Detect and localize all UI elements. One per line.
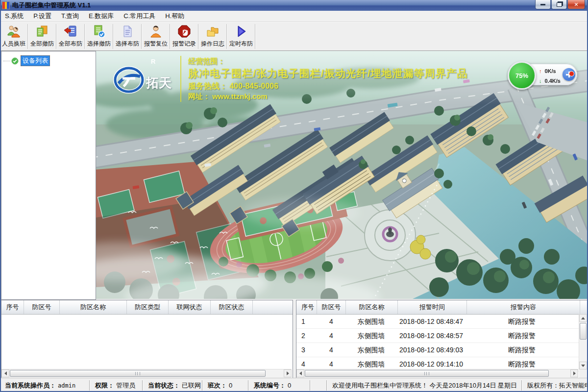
- alarm-table-row[interactable]: 24东侧围墙2018-08-12 08:48:57断路报警: [296, 329, 588, 343]
- column-header[interactable]: 防区类型: [127, 300, 169, 314]
- timed-arm-button[interactable]: 定时布防: [227, 23, 255, 50]
- status-operator: 当前系统操作员： admin: [0, 378, 89, 392]
- scroll-up-icon: [581, 317, 585, 319]
- campus-aerial-illustration: [96, 51, 588, 299]
- alarm-table-row[interactable]: 34东侧围墙2018-08-12 08:49:03断路报警: [296, 343, 588, 357]
- widget-add-button[interactable]: [563, 68, 575, 81]
- alarm-reset-button[interactable]: 报警复位: [142, 23, 170, 50]
- tree-status-icon: [11, 57, 19, 65]
- menu-system[interactable]: S.系统: [0, 11, 28, 22]
- column-header[interactable]: 序号: [296, 300, 317, 314]
- scroll-left-button[interactable]: [1, 369, 9, 377]
- alarm-cell: 东侧围墙: [345, 329, 397, 343]
- tool-label: 报警记录: [172, 40, 196, 48]
- column-header[interactable]: 防区号: [317, 300, 346, 314]
- toolbar-separator: [255, 24, 256, 49]
- shift-value: 0: [229, 382, 232, 389]
- column-header[interactable]: 报警内容: [467, 300, 580, 314]
- scroll-right-button[interactable]: [284, 369, 292, 377]
- alarm-table: 序号 防区号 防区名称 报警时间 报警内容 14东侧围墙2018-08-12 0…: [296, 300, 588, 378]
- close-button[interactable]: ✕: [567, 0, 585, 9]
- alarm-cell: 4: [317, 315, 345, 328]
- disarm-select-icon: [92, 24, 106, 39]
- zone-table: 序号 防区号 防区名称 防区类型 联网状态 防区状态: [1, 300, 293, 378]
- alarm-record-icon: [177, 24, 192, 39]
- scroll-left-icon: [299, 371, 302, 375]
- zone-hscroll-thumb[interactable]: [10, 370, 266, 377]
- notification-dot: [569, 71, 574, 76]
- column-header[interactable]: 报警时间: [398, 300, 467, 314]
- tool-label: 操作日志: [201, 40, 224, 48]
- maximize-icon: [557, 2, 562, 7]
- net-speed-widget: 75% ↑ 0K/s ↓ 0.4K/s: [510, 64, 577, 85]
- zone-hscrollbar[interactable]: [1, 369, 292, 378]
- tool-label: 报警复位: [144, 40, 168, 48]
- alarm-vscroll-thumb[interactable]: [580, 323, 587, 340]
- alarm-cell: 4: [317, 343, 345, 357]
- tool-label: 选择布防: [116, 40, 139, 48]
- tree-node-device-list[interactable]: 设备列表: [3, 55, 96, 66]
- upload-speed: 0K/s: [544, 67, 562, 75]
- device-tree-panel: 设备列表: [1, 51, 96, 300]
- operation-log-icon: [205, 24, 220, 39]
- alarm-cell: 2018-08-12 08:48:47: [397, 315, 466, 328]
- tool-label: 全部布防: [59, 40, 82, 48]
- permission-value: 管理员: [116, 381, 135, 390]
- gauge-percent: 75%: [515, 72, 528, 79]
- upload-arrow-icon: ↑: [538, 67, 543, 75]
- status-welcome: 欢迎使用电子围栏集中管理系统！ 今天是2018年10月14日 星期日: [327, 378, 521, 392]
- maximize-button[interactable]: [551, 0, 567, 9]
- window-controls: ✕: [535, 0, 585, 9]
- download-arrow-icon: ↓: [538, 76, 543, 85]
- connection-value: 已联网: [182, 381, 201, 390]
- alarm-cell: 断路报警: [466, 343, 578, 357]
- tree-connector: [3, 61, 10, 61]
- alarm-record-button[interactable]: 报警记录: [171, 23, 198, 50]
- titlebar: 电子围栏集中管理系统 V1.1 ✕: [0, 0, 588, 11]
- menu-tools[interactable]: C.常用工具: [119, 11, 160, 22]
- arm-select-icon: [120, 24, 135, 39]
- menu-help[interactable]: H.帮助: [160, 11, 189, 22]
- arm-all-button[interactable]: 全部布防: [57, 23, 84, 50]
- alarm-table-row[interactable]: 14东侧围墙2018-08-12 08:48:47断路报警: [296, 315, 588, 329]
- alarm-cell: 2: [296, 329, 317, 343]
- alarm-hscroll-thumb[interactable]: [305, 370, 549, 377]
- minimize-button[interactable]: [535, 0, 551, 9]
- statusbar: 当前系统操作员： admin 权限： 管理员 当前状态： 已联网 班次： 0 系…: [0, 378, 588, 392]
- alarm-cell: 4: [317, 329, 345, 343]
- tool-label: 定时布防: [229, 40, 253, 48]
- operator-value: admin: [58, 382, 75, 389]
- column-header[interactable]: 防区名称: [346, 300, 398, 314]
- alarm-cell: 2018-08-12 08:49:03: [397, 343, 466, 357]
- scroll-right-button[interactable]: [570, 369, 578, 377]
- status-shift: 班次： 0: [203, 378, 248, 392]
- alarm-reset-icon: [148, 24, 163, 39]
- alarm-cell: 东侧围墙: [345, 315, 397, 328]
- zone-table-header: 序号 防区号 防区名称 防区类型 联网状态 防区状态: [1, 300, 293, 315]
- disarm-select-button[interactable]: 选择撤防: [85, 23, 113, 50]
- memory-gauge-button[interactable]: 75%: [508, 61, 536, 90]
- column-header-filler: [253, 300, 293, 314]
- column-header[interactable]: 序号: [1, 300, 24, 314]
- status-spacer: [311, 378, 326, 392]
- menu-database[interactable]: E.数据库: [84, 11, 119, 22]
- alarm-hscrollbar[interactable]: [296, 369, 578, 378]
- tool-label: 全部撤防: [30, 40, 54, 48]
- operation-log-button[interactable]: 操作日志: [199, 23, 226, 50]
- menu-settings[interactable]: P.设置: [28, 11, 56, 22]
- column-header[interactable]: 联网状态: [169, 300, 211, 314]
- staff-shift-button[interactable]: 人员换班: [0, 23, 27, 50]
- scroll-down-button[interactable]: [579, 362, 587, 369]
- scroll-up-button[interactable]: [579, 314, 587, 322]
- alarm-cell: 断路报警: [466, 329, 578, 343]
- menu-query[interactable]: T.查询: [56, 11, 84, 22]
- tool-label: 选择撤防: [87, 40, 111, 48]
- disarm-all-button[interactable]: 全部撤防: [28, 23, 56, 50]
- alarm-vscrollbar[interactable]: [579, 314, 588, 369]
- scroll-down-icon: [581, 365, 585, 367]
- scroll-left-button[interactable]: [296, 369, 304, 377]
- column-header[interactable]: 防区名称: [60, 300, 127, 314]
- column-header[interactable]: 防区号: [24, 300, 60, 314]
- arm-select-button[interactable]: 选择布防: [114, 23, 141, 50]
- column-header[interactable]: 防区状态: [211, 300, 253, 314]
